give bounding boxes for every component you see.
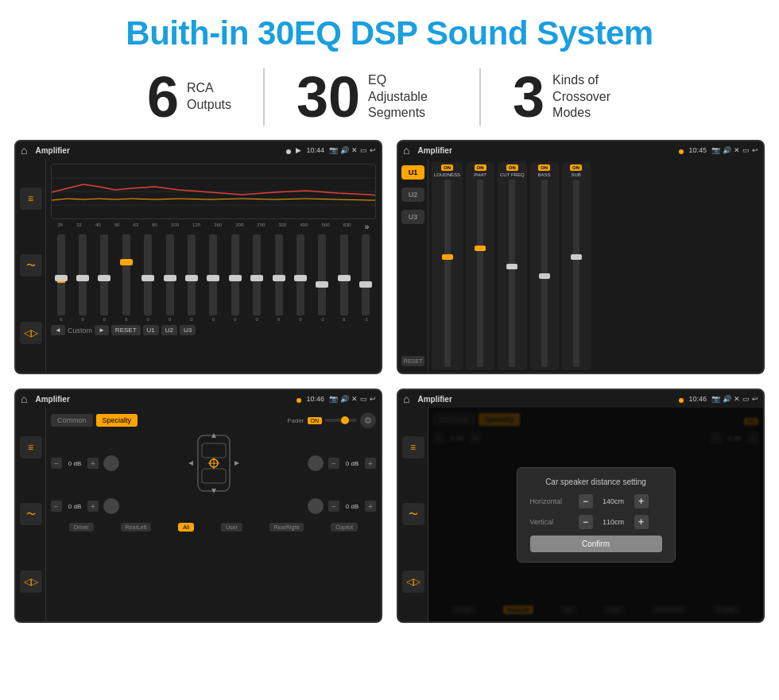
- db-minus-bl[interactable]: −: [51, 501, 62, 512]
- db-plus-bl[interactable]: +: [87, 501, 99, 512]
- cross-back-icon[interactable]: ↩: [370, 395, 376, 403]
- eq-next-btn[interactable]: ►: [95, 325, 109, 335]
- btn-user[interactable]: User: [221, 523, 242, 532]
- bass-on-badge[interactable]: ON: [538, 164, 550, 171]
- back-icon[interactable]: ↩: [370, 146, 376, 154]
- amp-home-icon[interactable]: ⌂: [403, 144, 409, 157]
- eq-prev-btn[interactable]: ◄: [51, 325, 65, 335]
- amp-back-icon[interactable]: ↩: [752, 146, 758, 154]
- dialog-camera-icon: 📷: [711, 395, 720, 403]
- eq-slider-2[interactable]: 0: [79, 234, 87, 322]
- settings-icon[interactable]: ⚙: [360, 412, 376, 428]
- sub-on-badge[interactable]: ON: [570, 164, 582, 171]
- eq-main: 25 32 40 50 63 80 100 125 160 200 250 32…: [46, 159, 381, 373]
- eq-volume-btn[interactable]: ◁▷: [20, 322, 42, 344]
- vertical-minus[interactable]: −: [579, 515, 593, 529]
- btn-all[interactable]: All: [178, 523, 194, 532]
- eq-wave-btn[interactable]: 〜: [20, 254, 42, 277]
- cross-wave-btn[interactable]: 〜: [20, 503, 42, 525]
- eq-slider-7[interactable]: 0: [188, 234, 196, 322]
- cross-time: 10:46: [306, 395, 324, 403]
- amp-camera-icon: 📷: [711, 146, 720, 154]
- phat-on-badge[interactable]: ON: [475, 164, 486, 171]
- stat-number-crossover: 3: [513, 68, 545, 126]
- dialog-time: 10:46: [688, 395, 707, 403]
- phat-slider[interactable]: [477, 180, 483, 367]
- loudness-slider[interactable]: [444, 180, 451, 367]
- eq-u3-btn[interactable]: U3: [180, 325, 196, 335]
- amp-u2-btn[interactable]: U2: [401, 188, 424, 202]
- eq-slider-13[interactable]: -1: [318, 234, 326, 322]
- vertical-plus[interactable]: +: [634, 515, 649, 529]
- cross-dot: [296, 392, 301, 406]
- amp-status-icons: 📷 🔊 ✕ ▭ ↩: [711, 146, 758, 154]
- eq-slider-15[interactable]: -1: [362, 234, 370, 322]
- dialog-status-icons: 📷 🔊 ✕ ▭ ↩: [711, 395, 758, 403]
- dialog-home-icon[interactable]: ⌂: [403, 393, 409, 405]
- eq-slider-10[interactable]: 0: [253, 234, 261, 322]
- dialog-status-bar: ⌂ Amplifier 10:46 📷 🔊 ✕ ▭ ↩: [398, 390, 763, 408]
- dialog-wave-btn[interactable]: 〜: [402, 503, 424, 525]
- eq-slider-11[interactable]: 0: [275, 234, 283, 322]
- horizontal-plus[interactable]: +: [634, 494, 649, 509]
- more-icon[interactable]: »: [365, 222, 370, 231]
- page-title: Buith-in 30EQ DSP Sound System: [0, 0, 779, 60]
- confirm-button[interactable]: Confirm: [530, 536, 662, 552]
- fader-on-badge[interactable]: ON: [308, 417, 323, 424]
- btn-rear-right[interactable]: RearRight: [269, 523, 304, 532]
- amp-u1-btn[interactable]: U1: [401, 165, 424, 180]
- eq-filter-btn[interactable]: ≡: [20, 188, 42, 210]
- eq-slider-8[interactable]: 0: [209, 234, 217, 322]
- db-minus-tr[interactable]: −: [328, 458, 339, 469]
- btn-copilot[interactable]: Copilot: [331, 523, 358, 532]
- eq-slider-14[interactable]: 0: [340, 234, 348, 322]
- cross-camera-icon: 📷: [329, 395, 338, 403]
- btn-driver[interactable]: Driver: [69, 523, 94, 532]
- eq-slider-12[interactable]: 0: [296, 234, 304, 322]
- cross-home-icon[interactable]: ⌂: [21, 393, 27, 405]
- sub-slider[interactable]: [573, 180, 579, 367]
- dialog-filter-btn[interactable]: ≡: [402, 436, 424, 458]
- amp-u3-btn[interactable]: U3: [401, 210, 424, 224]
- cross-volume-icon: 🔊: [340, 395, 349, 403]
- cutfreq-on-badge[interactable]: ON: [506, 164, 518, 171]
- eq-reset-btn[interactable]: RESET: [111, 325, 141, 335]
- phat-label: PHAT: [474, 172, 486, 177]
- cross-content: ≡ 〜 ◁▷ Common Specialty Fader ON ⚙: [16, 408, 381, 621]
- loudness-on-badge[interactable]: ON: [441, 164, 453, 171]
- stat-label-crossover: Kinds ofCrossover Modes: [552, 72, 632, 122]
- eq-slider-5[interactable]: 0: [144, 234, 152, 322]
- cross-tab-common[interactable]: Common: [51, 414, 93, 427]
- btn-rear-left[interactable]: RearLeft: [121, 523, 152, 532]
- play-icon[interactable]: ▶: [296, 146, 301, 154]
- cross-tab-specialty[interactable]: Specialty: [96, 414, 138, 427]
- horizontal-minus[interactable]: −: [579, 494, 593, 509]
- amp-reset-btn[interactable]: RESET: [401, 356, 424, 366]
- db-minus-tl[interactable]: −: [51, 458, 62, 469]
- eq-slider-4[interactable]: 5: [122, 234, 130, 322]
- cross-vol-btn[interactable]: ◁▷: [20, 570, 42, 593]
- eq-u1-btn[interactable]: U1: [143, 325, 159, 335]
- stat-label-rca: RCAOutputs: [187, 80, 231, 114]
- eq-slider-6[interactable]: 0: [166, 234, 174, 322]
- bass-slider[interactable]: [541, 180, 548, 367]
- db-plus-br[interactable]: +: [365, 501, 376, 512]
- dialog-vol-btn[interactable]: ◁▷: [402, 570, 424, 593]
- eq-bottom-bar: ◄ Custom ► RESET U1 U2 U3: [51, 325, 376, 335]
- eq-freq-labels: 25 32 40 50 63 80 100 125 160 200 250 32…: [51, 222, 376, 231]
- cutfreq-slider[interactable]: [509, 180, 515, 367]
- cross-filter-btn[interactable]: ≡: [20, 436, 42, 458]
- db-plus-tl[interactable]: +: [87, 458, 99, 469]
- db-value-br: 0 dB: [341, 503, 363, 510]
- db-plus-tr[interactable]: +: [365, 458, 376, 469]
- eq-slider-9[interactable]: 0: [231, 234, 239, 322]
- amp-title: Amplifier: [417, 146, 674, 155]
- dialog-back-icon[interactable]: ↩: [752, 395, 758, 403]
- close-icon: ✕: [351, 146, 358, 154]
- eq-slider-3[interactable]: 0: [100, 234, 108, 322]
- fader-slider-track[interactable]: [325, 419, 357, 422]
- eq-slider-1[interactable]: 0: [57, 234, 65, 322]
- home-icon[interactable]: ⌂: [21, 144, 27, 157]
- eq-u2-btn[interactable]: U2: [161, 325, 177, 335]
- db-minus-br[interactable]: −: [328, 501, 339, 512]
